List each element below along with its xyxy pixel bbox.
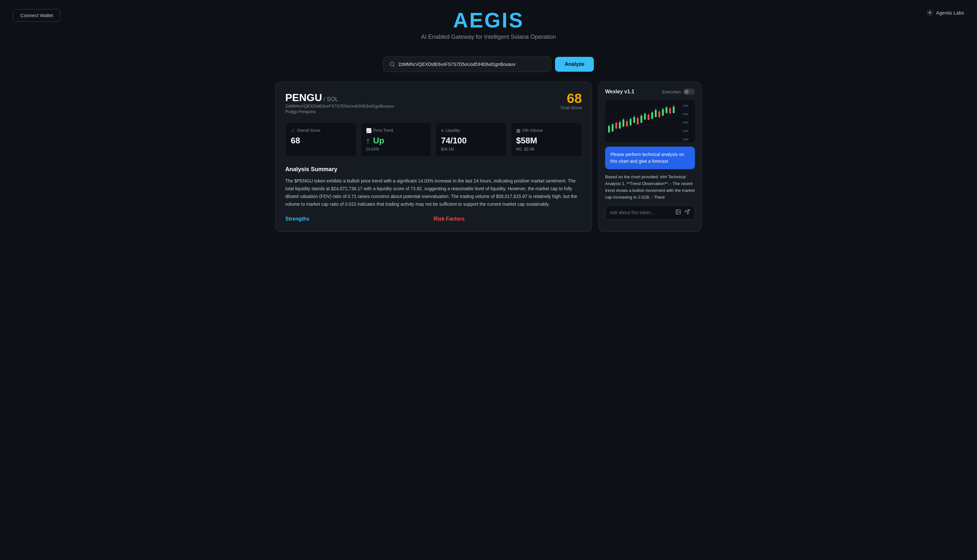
- metric-volume-value: $58M: [516, 136, 577, 146]
- search-icon: [389, 62, 395, 67]
- risk-header: Risk Factors: [433, 216, 582, 222]
- search-section: Analyze: [0, 47, 977, 78]
- execution-toggle[interactable]: [683, 88, 695, 95]
- svg-text:4,000: 4,000: [682, 113, 689, 116]
- metrics-row: ☆ Overall Score 68 📈 Price Trend ↑ Up 14…: [285, 122, 582, 157]
- volume-icon: ▦: [516, 128, 520, 133]
- token-address: 2zMMhcVQEXDtdE6vsFS7S7D5oUodfJHE8vd1gnBo…: [285, 104, 394, 108]
- svg-rect-2: [605, 100, 695, 142]
- svg-point-1: [390, 62, 394, 66]
- main-content: PENGU / SOL 2zMMhcVQEXDtdE6vsFS7S7D5oUod…: [262, 78, 715, 245]
- section-headers: Strengths Risk Factors: [285, 216, 582, 222]
- metric-trend: 📈 Price Trend ↑ Up 14.03%: [360, 122, 432, 157]
- header-center: AEGIS AI Enabled Gateway for Intelligent…: [421, 9, 556, 40]
- svg-point-51: [677, 210, 677, 211]
- liquidity-icon: ≡: [441, 128, 443, 133]
- chat-input[interactable]: [610, 210, 672, 215]
- wexley-title: Wexley v1.1: [605, 89, 634, 95]
- analysis-summary-text: The $PENGU token exhibits a bullish pric…: [285, 177, 582, 208]
- metric-liquidity-sub: $24.1M: [441, 147, 502, 152]
- image-upload-icon[interactable]: [675, 209, 681, 216]
- wexley-card: Wexley v1.1 Execution: [599, 82, 702, 232]
- chat-input-row: [605, 205, 695, 220]
- metric-liquidity-label: ≡ Liquidity: [441, 128, 502, 133]
- metric-liquidity-value: 74/100: [441, 136, 502, 146]
- agentis-label: Agentis Labs: [936, 10, 964, 15]
- metric-trend-value: ↑ Up: [366, 136, 427, 146]
- search-bar: [383, 57, 551, 72]
- up-arrow-icon: ↑: [366, 136, 370, 145]
- metric-overall: ☆ Overall Score 68: [285, 122, 357, 157]
- chart-thumbnail: 4,500 4,000 3,500 3,000 2,500: [605, 100, 695, 142]
- token-pair: / SOL: [323, 96, 338, 102]
- chart-svg: 4,500 4,000 3,500 3,000 2,500: [605, 100, 695, 142]
- metric-trend-sub: 14.03%: [366, 147, 427, 152]
- send-icon[interactable]: [684, 209, 690, 216]
- page-subtitle: AI Enabled Gateway for Intelligent Solan…: [421, 33, 556, 40]
- trust-score-label: Trust Score: [560, 105, 582, 110]
- token-name-block: PENGU / SOL 2zMMhcVQEXDtdE6vsFS7S7D5oUod…: [285, 92, 394, 120]
- metric-overall-label: ☆ Overall Score: [291, 128, 351, 133]
- analysis-summary-title: Analysis Summary: [285, 166, 582, 173]
- metric-volume: ▦ 24h Volume $58M MC: $2.6B: [511, 122, 582, 157]
- execution-row: Execution: [662, 88, 695, 95]
- trend-icon: 📈: [366, 128, 372, 133]
- metric-volume-sub: MC: $2.6B: [516, 147, 577, 152]
- trust-score-value: 68: [560, 92, 582, 105]
- token-header: PENGU / SOL 2zMMhcVQEXDtdE6vsFS7S7D5oUod…: [285, 92, 582, 120]
- star-icon: ☆: [291, 128, 295, 133]
- right-panel: Wexley v1.1 Execution: [599, 82, 702, 232]
- svg-text:2,500: 2,500: [682, 138, 689, 141]
- metric-trend-label: 📈 Price Trend: [366, 128, 427, 133]
- search-input[interactable]: [398, 62, 545, 67]
- trust-score-block: 68 Trust Score: [560, 92, 582, 110]
- strengths-header: Strengths: [285, 216, 433, 222]
- agentis-labs-link[interactable]: Agentis Labs: [926, 9, 964, 16]
- token-name-row: PENGU / SOL: [285, 92, 394, 104]
- analyze-button[interactable]: Analyze: [555, 57, 594, 72]
- metric-overall-value: 68: [291, 136, 351, 146]
- metric-liquidity: ≡ Liquidity 74/100 $24.1M: [435, 122, 507, 157]
- ai-response-text: Based on the chart provided: ### Technic…: [605, 174, 695, 200]
- token-card: PENGU / SOL 2zMMhcVQEXDtdE6vsFS7S7D5oUod…: [275, 82, 592, 232]
- wexley-header: Wexley v1.1 Execution: [605, 88, 695, 95]
- metric-volume-label: ▦ 24h Volume: [516, 128, 577, 133]
- svg-point-0: [929, 12, 931, 13]
- svg-text:3,000: 3,000: [682, 130, 689, 132]
- token-name: PENGU: [285, 92, 322, 103]
- execution-label: Execution: [662, 90, 681, 94]
- connect-wallet-button[interactable]: Connect Wallet: [13, 9, 60, 22]
- page-title: AEGIS: [421, 9, 556, 32]
- svg-text:3,500: 3,500: [682, 121, 689, 124]
- svg-text:4,500: 4,500: [682, 104, 689, 107]
- user-message-bubble: Please perform technical analysis on thi…: [605, 147, 695, 169]
- page-header: Connect Wallet AEGIS AI Enabled Gateway …: [0, 0, 977, 47]
- token-brand: Pudgy Penguins: [285, 109, 394, 114]
- gear-icon: [926, 9, 934, 16]
